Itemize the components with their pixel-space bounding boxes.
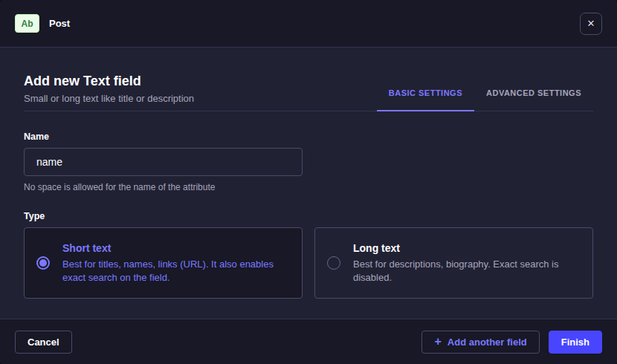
name-input[interactable] [24,148,303,176]
option-card-short-text[interactable]: Short text Best for titles, names, links… [24,227,303,299]
close-icon: ✕ [587,19,595,28]
plus-icon: + [434,336,441,348]
name-hint: No space is allowed for the name of the … [24,182,593,192]
option-title: Short text [62,242,290,254]
add-another-field-label: Add another field [448,337,527,347]
type-label: Type [24,211,593,221]
add-another-field-button[interactable]: + Add another field [421,331,539,354]
modal-body: Add new Text field Small or long text li… [0,48,617,319]
modal-footer: Cancel + Add another field Finish [0,319,617,364]
type-option-cards: Short text Best for titles, names, links… [24,227,593,299]
modal-header: Ab Post ✕ [0,0,617,48]
type-field-group: Type Short text Best for titles, names, … [24,211,593,299]
content-type-badge-icon: Ab [15,14,39,33]
settings-tabs: BASIC SETTINGS ADVANCED SETTINGS [377,79,593,111]
option-title: Long text [353,242,581,254]
dialog-subtitle: Small or long text like title or descrip… [24,93,194,104]
dialog-heading-row: Add new Text field Small or long text li… [24,48,593,111]
name-label: Name [24,131,593,142]
option-card-long-text[interactable]: Long text Best for descriptions, biograp… [314,227,593,299]
tab-basic-settings[interactable]: BASIC SETTINGS [377,79,474,111]
option-description: Best for descriptions, biography. Exact … [353,258,581,284]
dialog-title: Add new Text field [24,72,194,90]
option-text: Short text Best for titles, names, links… [62,242,290,284]
cancel-button[interactable]: Cancel [15,331,72,354]
finish-button[interactable]: Finish [549,331,602,354]
tab-advanced-settings[interactable]: ADVANCED SETTINGS [474,79,593,111]
radio-selected-icon[interactable] [36,256,50,270]
option-text: Long text Best for descriptions, biograp… [353,242,581,284]
radio-unselected-icon[interactable] [327,256,340,270]
option-description: Best for titles, names, links (URL). It … [62,258,290,284]
footer-actions: + Add another field Finish [421,331,602,354]
dialog-heading: Add new Text field Small or long text li… [24,72,194,111]
add-field-modal: Ab Post ✕ Add new Text field Small or lo… [0,0,617,364]
content-type-title: Post [49,18,70,29]
close-button[interactable]: ✕ [580,13,602,35]
name-field-group: Name No space is allowed for the name of… [24,131,593,192]
